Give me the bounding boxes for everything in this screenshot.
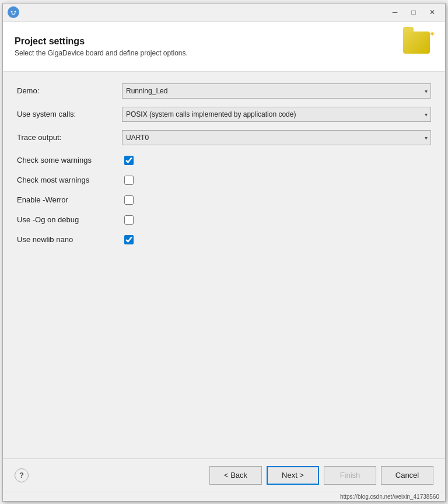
svg-point-2	[15, 11, 16, 13]
use-newlib-label: Use newlib nano	[17, 235, 122, 244]
close-button[interactable]: ✕	[424, 6, 440, 19]
title-bar: ─ □ ✕	[3, 4, 445, 22]
trace-select[interactable]: UART0 UART1 ITM	[122, 130, 431, 145]
page-title: Project settings	[15, 36, 188, 47]
check-most-warnings-label: Check most warnings	[17, 176, 122, 184]
svg-point-0	[10, 9, 17, 16]
footer-left: ?	[15, 468, 29, 482]
use-og-checkbox[interactable]	[124, 215, 134, 225]
syscalls-row: Use system calls: POSIX (system calls im…	[17, 107, 431, 122]
app-icon	[8, 6, 19, 18]
url-bar: https://blog.csdn.net/weixin_41738560	[3, 492, 445, 501]
syscalls-label: Use system calls:	[17, 110, 122, 118]
star-badge: ✦	[429, 29, 436, 38]
demo-select[interactable]: Running_Led Blinky Hello_World	[122, 83, 431, 99]
use-og-label: Use -Og on debug	[17, 215, 122, 224]
use-newlib-checkbox[interactable]	[124, 235, 134, 244]
content-area: Demo: Running_Led Blinky Hello_World ▾ U…	[3, 72, 445, 459]
folder-icon	[403, 32, 430, 54]
svg-point-1	[11, 11, 13, 13]
help-button[interactable]: ?	[15, 468, 29, 482]
header-area: Project settings Select the GigaDevice b…	[3, 22, 445, 72]
title-bar-buttons: ─ □ ✕	[387, 6, 440, 19]
check-some-warnings-row: Check some warnings	[17, 153, 431, 167]
use-og-wrapper	[122, 213, 136, 227]
footer: ? < Back Next > Finish Cancel	[3, 459, 445, 492]
trace-label: Trace output:	[17, 133, 122, 142]
back-button[interactable]: < Back	[209, 466, 262, 485]
minimize-button[interactable]: ─	[387, 6, 403, 19]
demo-select-wrapper: Running_Led Blinky Hello_World ▾	[122, 83, 431, 99]
enable-werror-wrapper	[122, 193, 136, 207]
enable-werror-row: Enable -Werror	[17, 193, 431, 207]
cancel-button[interactable]: Cancel	[381, 466, 433, 485]
main-window: ─ □ ✕ Project settings Select the GigaDe…	[2, 3, 446, 502]
use-newlib-wrapper	[122, 233, 136, 247]
maximize-button[interactable]: □	[405, 6, 422, 19]
finish-button[interactable]: Finish	[324, 466, 376, 485]
check-some-warnings-label: Check some warnings	[17, 156, 122, 164]
footer-right: < Back Next > Finish Cancel	[209, 466, 433, 485]
trace-select-wrapper: UART0 UART1 ITM ▾	[122, 130, 431, 145]
check-some-warnings-checkbox[interactable]	[124, 156, 134, 165]
enable-werror-checkbox[interactable]	[124, 195, 134, 205]
enable-werror-label: Enable -Werror	[17, 195, 122, 204]
next-button[interactable]: Next >	[267, 466, 319, 485]
demo-label: Demo:	[17, 86, 122, 95]
demo-row: Demo: Running_Led Blinky Hello_World ▾	[17, 83, 431, 99]
check-some-warnings-wrapper	[122, 153, 136, 167]
syscalls-select-wrapper: POSIX (system calls implemented by appli…	[122, 107, 431, 122]
syscalls-select[interactable]: POSIX (system calls implemented by appli…	[122, 107, 431, 122]
page-subtitle: Select the GigaDevice board and define p…	[15, 49, 188, 57]
trace-row: Trace output: UART0 UART1 ITM ▾	[17, 130, 431, 145]
url-text: https://blog.csdn.net/weixin_41738560	[340, 494, 439, 500]
title-bar-left	[8, 6, 19, 18]
check-most-warnings-checkbox[interactable]	[124, 176, 134, 185]
check-most-warnings-wrapper	[122, 173, 136, 187]
use-og-row: Use -Og on debug	[17, 213, 431, 227]
check-most-warnings-row: Check most warnings	[17, 173, 431, 187]
header-icon: ✦	[403, 32, 433, 62]
use-newlib-row: Use newlib nano	[17, 233, 431, 247]
header-text: Project settings Select the GigaDevice b…	[15, 36, 188, 57]
